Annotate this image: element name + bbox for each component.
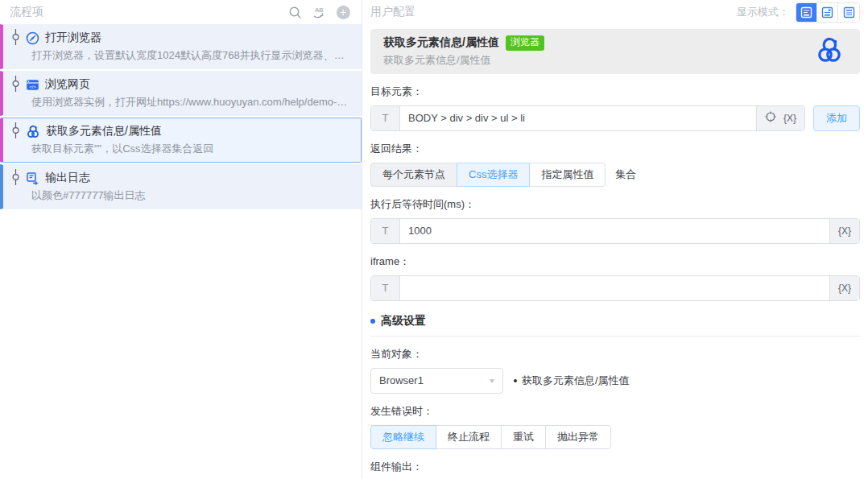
return-result-option[interactable]: Css选择器 (457, 163, 530, 187)
app-window: 流程项 AB + 打开浏览器打开浏览器，设置默认宽度1024默认高度768并执行… (0, 0, 868, 479)
flow-panel-header: 流程项 AB + (0, 0, 362, 24)
add-button[interactable]: 添加 (813, 105, 860, 131)
advanced-settings-header: 高级设置 (370, 314, 860, 328)
flow-item-title: 打开浏览器 (45, 31, 101, 45)
variable-token-icon[interactable]: {X} (838, 283, 851, 294)
target-element-input-group: T {X} (370, 105, 805, 131)
component-card-badge: 浏览器 (506, 35, 544, 51)
on-error-option[interactable]: 重试 (501, 425, 546, 449)
node-icon (11, 29, 20, 47)
flow-item-title: 输出日志 (45, 171, 90, 185)
return-result-option[interactable]: 每个元素节点 (370, 163, 457, 187)
wait-time-input[interactable] (400, 219, 829, 243)
return-result-suffix: 集合 (615, 167, 636, 182)
rename-icon[interactable]: AB (310, 3, 328, 21)
flow-list: 打开浏览器打开浏览器，设置默认宽度1024默认高度768并执行显示浏览器、加载图… (0, 24, 362, 209)
search-icon[interactable] (286, 3, 304, 21)
component-card-title: 获取多元素信息/属性值 (383, 35, 499, 50)
variable-token-icon[interactable]: {X} (838, 225, 851, 237)
section-dot-icon (370, 319, 375, 324)
return-result-group: 每个元素节点Css选择器指定属性值 (370, 163, 606, 187)
flow-item-desc: 打开浏览器，设置默认宽度1024默认高度768并执行显示浏览器、加载图... (31, 48, 353, 63)
section-divider (370, 336, 860, 337)
advanced-settings-title: 高级设置 (381, 314, 426, 328)
pick-target-icon[interactable] (765, 111, 776, 125)
flow-item-desc: 以颜色#777777输出日志 (31, 188, 353, 203)
node-icon (11, 76, 20, 94)
target-element-input[interactable] (400, 106, 756, 130)
flow-item[interactable]: 打开浏览器打开浏览器，设置默认宽度1024默认高度768并执行显示浏览器、加载图… (0, 24, 362, 69)
on-error-option[interactable]: 忽略继续 (370, 425, 436, 449)
config-panel-title: 用户配置 (370, 5, 415, 19)
node-icon (11, 169, 20, 188)
iframe-input[interactable] (400, 276, 829, 300)
return-result-label: 返回结果： (370, 142, 860, 156)
flow-item-desc: 获取目标元素""，以Css选择器集合返回 (31, 142, 353, 156)
text-type-prefix: T (371, 106, 400, 130)
multi-element-icon (815, 36, 847, 66)
flow-item[interactable]: 获取多元素信息/属性值获取目标元素""，以Css选择器集合返回 (0, 118, 362, 163)
flow-panel: 流程项 AB + 打开浏览器打开浏览器，设置默认宽度1024默认高度768并执行… (0, 0, 362, 479)
text-type-prefix: T (371, 219, 400, 243)
flow-panel-title: 流程项 (10, 5, 43, 19)
current-object-select[interactable]: Browser1 ▾ (370, 368, 503, 394)
flow-item[interactable]: </>浏览网页使用浏览器实例，打开网址https://www.huoyuyan.… (0, 71, 362, 116)
node-icon (11, 122, 20, 141)
on-error-label: 发生错误时： (370, 404, 860, 419)
component-card-subtitle: 获取多元素信息/属性值 (383, 53, 815, 68)
display-mode-group (796, 2, 860, 23)
current-object-label: 当前对象： (370, 347, 860, 361)
variable-token-icon[interactable]: {X} (783, 113, 796, 124)
current-object-value: Browser1 (379, 374, 490, 386)
display-mode-split-icon[interactable] (817, 3, 838, 22)
wait-time-label: 执行后等待时间(ms)： (370, 197, 860, 212)
flow-item-desc: 使用浏览器实例，打开网址https://www.huoyuyan.com/hel… (31, 95, 353, 109)
flow-item[interactable]: 输出日志以颜色#777777输出日志 (0, 164, 362, 209)
svg-text:AB: AB (315, 6, 324, 14)
current-object-hint: 获取多元素信息/属性值 (514, 374, 630, 388)
target-element-label: 目标元素： (370, 85, 860, 99)
display-mode-card-icon[interactable] (796, 3, 817, 22)
bullet-dot-icon (514, 379, 517, 382)
on-error-option[interactable]: 抛出异常 (545, 425, 611, 449)
component-card: 获取多元素信息/属性值 浏览器 获取多元素信息/属性值 (370, 29, 860, 74)
wait-time-input-group: T {X} (370, 218, 860, 244)
on-error-group: 忽略继续终止流程重试抛出异常 (370, 425, 611, 449)
flow-item-title: 浏览网页 (45, 77, 90, 92)
browser-compass-icon (26, 31, 39, 45)
output-log-icon (26, 171, 39, 185)
display-mode-list-icon[interactable] (838, 3, 859, 22)
config-panel: 用户配置 显示模式： 获取多元素信息/属性值 浏览器 (362, 0, 868, 479)
webpage-icon: </> (26, 78, 39, 92)
iframe-input-group: T {X} (370, 275, 860, 301)
svg-text:</>: </> (30, 84, 36, 89)
multi-element-icon (26, 125, 40, 138)
component-output-label: 组件输出： (370, 460, 860, 474)
chevron-down-icon: ▾ (490, 376, 494, 385)
return-result-option[interactable]: 指定属性值 (529, 163, 606, 187)
text-type-prefix: T (371, 276, 400, 300)
config-panel-header: 用户配置 显示模式： (362, 0, 868, 24)
add-icon[interactable]: + (334, 3, 352, 21)
on-error-option[interactable]: 终止流程 (436, 425, 502, 449)
iframe-label: iframe： (370, 254, 860, 269)
display-mode-label: 显示模式： (737, 5, 789, 19)
flow-item-title: 获取多元素信息/属性值 (46, 124, 162, 138)
